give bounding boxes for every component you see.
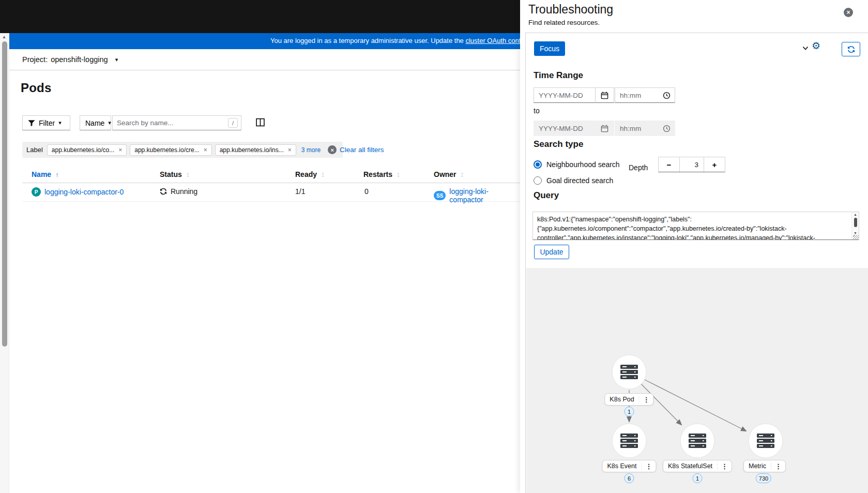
kebab-menu-icon[interactable]: ⋮ (639, 396, 653, 404)
graph-canvas (526, 268, 868, 493)
calendar-icon (601, 125, 608, 132)
k8s-statefulset-node[interactable] (680, 424, 714, 458)
scroll-down-icon[interactable]: ▼ (854, 231, 857, 235)
k8s-event-label[interactable]: K8s Event ⋮ (602, 460, 657, 472)
show-more-chips-link[interactable]: 3 more (301, 146, 321, 154)
query-field: k8s:Pod.v1:{"namespace":"openshift-loggi… (532, 212, 859, 240)
expand-options-button[interactable] (801, 44, 810, 52)
label-chip-group: Label app.kubernetes.io/co... × app.kube… (22, 142, 343, 158)
k8s-statefulset-label[interactable]: K8s StatefulSet ⋮ (663, 460, 732, 472)
server-icon (689, 434, 706, 448)
start-date-field (534, 87, 596, 103)
filter-chip[interactable]: app.kubernetes.io/ins... × (215, 144, 296, 156)
start-time-input[interactable] (615, 92, 663, 99)
update-button[interactable]: Update (534, 245, 569, 259)
filter-chip[interactable]: app.kubernetes.io/cre... × (130, 144, 211, 156)
filter-funnel-icon (28, 119, 35, 127)
oauth-config-link[interactable]: cluster OAuth configuration (465, 37, 520, 44)
settings-button[interactable]: ⚙ (812, 40, 820, 52)
pod-name-cell: P logging-loki-compactor-0 (32, 187, 124, 197)
owner-cell: SS logging-loki-compactor (434, 187, 520, 204)
column-header-status[interactable]: Status ↕ (160, 170, 190, 178)
scrollbar-thumb[interactable] (2, 41, 7, 347)
page-scrollbar[interactable]: ▲ (0, 33, 9, 493)
search-box: / (112, 115, 241, 130)
owner-link[interactable]: logging-loki-compactor (449, 187, 520, 204)
k8s-statefulset-count-badge: 1 (693, 473, 703, 483)
textarea-resize-handle[interactable] (853, 235, 859, 240)
start-date-input[interactable] (534, 92, 595, 99)
remove-chip-icon[interactable]: × (288, 147, 292, 153)
troubleshooting-panel: Troubleshooting Find related resources. … (520, 0, 868, 493)
end-date-calendar-button[interactable] (596, 121, 614, 136)
chip-group-label: Label (26, 146, 43, 154)
scrollbar-up-icon[interactable]: ▲ (2, 35, 6, 39)
panel-subtitle: Find related resources. (528, 19, 600, 26)
radio-unselected[interactable] (534, 176, 542, 185)
filter-dropdown[interactable]: Filter ▾ (22, 115, 70, 130)
caret-down-icon: ▾ (115, 56, 118, 63)
start-date-calendar-button[interactable] (596, 87, 614, 103)
sort-icon[interactable]: ↕ (397, 170, 400, 178)
status-cell: Running (160, 187, 197, 196)
sort-icon[interactable]: ↕ (461, 170, 464, 178)
depth-increment-button[interactable]: + (704, 157, 725, 172)
search-input[interactable] (113, 119, 228, 127)
query-textarea[interactable]: k8s:Pod.v1:{"namespace":"openshift-loggi… (533, 212, 849, 240)
column-header-restarts[interactable]: Restarts ↕ (363, 170, 400, 178)
metric-node[interactable] (749, 424, 783, 458)
k8s-event-count-badge: 6 (625, 473, 634, 483)
k8s-pod-label[interactable]: K8s Pod ⋮ (604, 393, 653, 406)
ready-cell: 1/1 (295, 187, 305, 196)
name-filter-dropdown[interactable]: Name ▾ (80, 115, 111, 130)
topology-graph[interactable]: K8s Pod ⋮ 1 K8s Event ⋮ 6 K8s StatefulSe… (526, 268, 868, 493)
column-header-ready[interactable]: Ready ↕ (295, 170, 325, 178)
query-scrollbar[interactable]: ▲ ▼ (851, 212, 859, 240)
query-scrollbar-thumb[interactable] (854, 218, 857, 227)
manage-columns-button[interactable] (254, 117, 266, 129)
filter-chip[interactable]: app.kubernetes.io/co... × (47, 144, 127, 156)
metric-label[interactable]: Metric ⋮ (743, 460, 786, 472)
close-panel-icon[interactable]: × (844, 8, 853, 17)
panel-body: Focus ⚙ Time Range to (525, 33, 868, 493)
project-selector[interactable]: Project: openshift-logging ▾ (22, 55, 118, 64)
masthead (0, 0, 520, 33)
to-label: to (534, 107, 540, 115)
scroll-up-icon[interactable]: ▲ (854, 213, 857, 216)
goal-directed-search-option: Goal directed search (534, 176, 613, 185)
column-header-owner[interactable]: Owner ↕ (434, 170, 464, 178)
refresh-button[interactable] (842, 42, 860, 56)
kebab-menu-icon[interactable]: ⋮ (641, 462, 656, 470)
depth-label: Depth (629, 163, 648, 172)
column-header-name[interactable]: Name ↑ (32, 170, 59, 178)
end-time-input[interactable] (615, 125, 663, 132)
radio-selected[interactable] (534, 160, 542, 169)
sort-ascending-icon[interactable]: ↑ (55, 171, 59, 178)
pod-kind-badge: P (32, 187, 41, 197)
kebab-menu-icon[interactable]: ⋮ (717, 462, 732, 470)
calendar-icon (601, 92, 608, 99)
remove-chip-icon[interactable]: × (204, 147, 207, 153)
statefulset-kind-badge: SS (434, 191, 446, 200)
clock-icon (663, 92, 671, 99)
panel-title: Troubleshooting (528, 3, 613, 17)
sort-icon[interactable]: ↕ (186, 170, 190, 178)
sync-status-icon (160, 188, 167, 195)
sort-icon[interactable]: ↕ (321, 170, 325, 178)
depth-decrement-button[interactable]: − (659, 157, 679, 172)
depth-value[interactable]: 3 (679, 157, 704, 172)
kebab-menu-icon[interactable]: ⋮ (771, 462, 785, 470)
server-icon (620, 434, 638, 448)
end-date-input[interactable] (534, 125, 595, 132)
clear-all-filters-link[interactable]: Clear all filters (340, 146, 384, 154)
pods-table-header: Name ↑ Status ↕ Ready ↕ Restarts ↕ Owner… (22, 167, 520, 183)
k8s-pod-node[interactable] (612, 355, 646, 389)
k8s-event-node[interactable] (612, 424, 646, 458)
caret-down-icon: ▾ (58, 119, 62, 126)
pod-link[interactable]: logging-loki-compactor-0 (44, 188, 124, 196)
login-notice-text: You are logged in as a temporary adminis… (270, 37, 520, 44)
project-label: Project: (22, 55, 48, 64)
focus-button[interactable]: Focus (534, 41, 565, 56)
remove-chip-icon[interactable]: × (118, 147, 122, 153)
clear-chip-group-icon[interactable]: × (328, 145, 337, 154)
